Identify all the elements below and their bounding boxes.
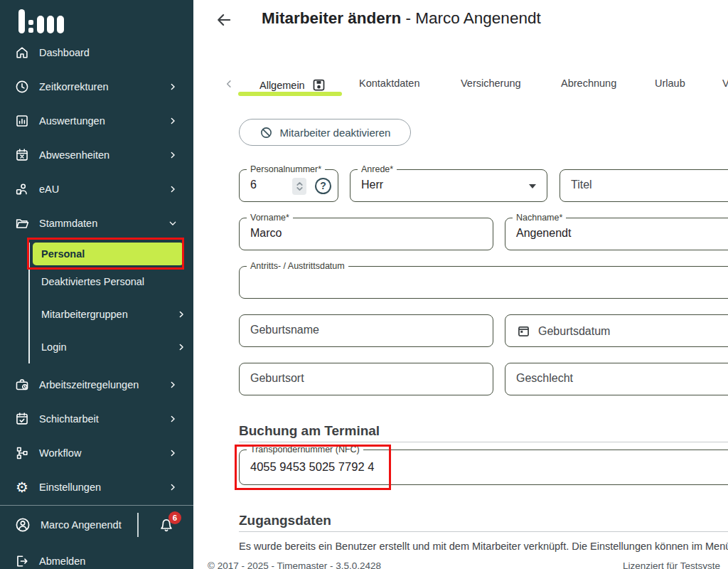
geschlecht-placeholder: Geschlecht — [516, 372, 573, 385]
geburtsort-placeholder: Geburtsort — [250, 372, 304, 385]
section-divider — [239, 531, 728, 532]
nachname-label: Nachname* — [513, 213, 566, 223]
eintrittsdatum-label: Antritts- / Austrittsdatum — [247, 261, 348, 271]
sidebar-item-login[interactable]: Login — [33, 331, 193, 363]
app-window: Dashboard Zeitkorrekturen Auswertungen — [0, 0, 728, 569]
sidebar-item-workflow[interactable]: Workflow — [0, 436, 193, 470]
sidebar-item-label: Einstellungen — [39, 482, 101, 493]
transponder-field[interactable]: Transpondernummer (NFC) 4055 9453 5025 7… — [239, 450, 728, 485]
sidebar-item-mitarbeitergruppen[interactable]: Mitarbeitergruppen — [33, 298, 193, 331]
anrede-select[interactable]: Anrede* Herr — [350, 169, 547, 202]
eintrittsdatum-field[interactable]: Antritts- / Austrittsdatum — [239, 266, 728, 299]
tab-label: Kontaktdaten — [359, 78, 419, 89]
notifications-button[interactable]: 6 — [158, 516, 175, 533]
tab-kontaktdaten[interactable]: Kontaktdaten — [359, 78, 419, 89]
timemaster-logo[interactable] — [0, 0, 193, 36]
sidebar-item-label: Mitarbeitergruppen — [41, 309, 128, 320]
vorname-field[interactable]: Vorname* Marco — [239, 218, 493, 250]
tab-label: Versicherung — [461, 78, 521, 89]
sidebar-item-einstellungen[interactable]: ⚙ Einstellungen — [0, 470, 193, 504]
logout-label: Abmelden — [39, 555, 85, 567]
footer-copyright: © 2017 - 2025 - Timemaster - 3.5.0.2428 — [208, 560, 381, 569]
sidebar-item-dashboard[interactable]: Dashboard — [0, 36, 193, 70]
chevron-right-icon — [168, 414, 178, 424]
user-circle-icon — [14, 516, 31, 533]
timemaster-logo-mark — [18, 9, 193, 33]
tab-versicherung[interactable]: Versicherung — [461, 78, 521, 89]
notification-badge: 6 — [168, 511, 181, 524]
sidebar-item-deaktiviertes-personal[interactable]: Deaktiviertes Personal — [33, 265, 193, 298]
chevron-right-icon — [168, 482, 178, 492]
chevron-left-icon — [223, 78, 235, 90]
sidebar-item-label: Personal — [41, 248, 85, 260]
page-title: Mitarbeiter ändern - Marco Angenendt — [262, 9, 541, 28]
titel-field[interactable]: Titel — [560, 169, 728, 202]
back-button[interactable] — [215, 11, 233, 29]
sidebar-item-abwesenheiten[interactable]: Abwesenheiten — [0, 138, 193, 172]
transponder-value: 4055 9453 5025 7792 4 — [250, 460, 374, 474]
personalnummer-field[interactable]: Personalnummer* 6 ? — [239, 169, 338, 202]
logout-button[interactable]: Abmelden — [0, 544, 193, 569]
person-card-icon — [14, 181, 30, 197]
geburtsdatum-placeholder-row: Geburtsdatum — [516, 324, 610, 339]
sidebar-item-stammdaten[interactable]: Stammdaten — [0, 206, 193, 240]
home-icon — [14, 45, 30, 60]
tab-label: Urlaub — [655, 78, 685, 89]
sidebar-item-label: Workflow — [39, 447, 81, 459]
tab-urlaub[interactable]: Urlaub — [655, 78, 685, 89]
save-icon — [311, 78, 326, 92]
active-tab-indicator — [238, 92, 342, 96]
titel-placeholder: Titel — [571, 179, 592, 191]
number-stepper[interactable] — [292, 178, 306, 195]
briefcase-clock-icon — [14, 377, 30, 393]
anrede-label: Anrede* — [358, 164, 397, 174]
help-icon[interactable]: ? — [315, 178, 331, 194]
transponder-label: Transpondernummer (NFC) — [247, 445, 363, 454]
logout-icon — [14, 553, 30, 569]
chevron-down-icon — [168, 218, 178, 228]
tab-allgemein[interactable]: Allgemein — [259, 78, 326, 92]
tab-cutoff[interactable]: V — [722, 78, 728, 89]
deactivate-employee-button[interactable]: Mitarbeiter deaktivieren — [239, 119, 411, 146]
geburtsort-field[interactable]: Geburtsort — [239, 363, 493, 395]
chevron-right-icon — [168, 116, 178, 126]
sidebar-item-auswertungen[interactable]: Auswertungen — [0, 104, 193, 138]
sidebar-item-label: Arbeitszeitregelungen — [39, 379, 139, 390]
sidebar-item-arbeitszeitregelungen[interactable]: Arbeitszeitregelungen — [0, 368, 193, 402]
sidebar-item-schichtarbeit[interactable]: Schichtarbeit — [0, 402, 193, 436]
sidebar-item-zeitkorrekturen[interactable]: Zeitkorrekturen — [0, 70, 193, 104]
sidebar-item-label: Auswertungen — [39, 115, 105, 127]
sidebar-item-label: Stammdaten — [39, 218, 97, 229]
footer-license-link[interactable]: Lizenziert für Testsyste — [623, 560, 720, 569]
nachname-field[interactable]: Nachname* Angenendt — [505, 218, 728, 250]
sidebar-item-label: Login — [41, 341, 66, 353]
nachname-value: Angenendt — [516, 227, 571, 240]
geburtsname-field[interactable]: Geburtsname — [239, 314, 493, 347]
sidebar-item-eau[interactable]: eAU — [0, 172, 193, 206]
chevron-right-icon — [168, 150, 178, 160]
anrede-value: Herr — [361, 179, 383, 191]
tab-label: Allgemein — [259, 80, 305, 91]
tabs-scroll-left-button[interactable] — [223, 78, 235, 90]
bar-chart-icon — [14, 113, 30, 129]
tab-abrechnung[interactable]: Abrechnung — [561, 78, 616, 89]
geschlecht-field[interactable]: Geschlecht — [505, 363, 728, 395]
terminal-section-heading: Buchung am Terminal — [239, 423, 380, 439]
calendar-check-icon — [14, 411, 30, 427]
sidebar-item-label: Dashboard — [39, 47, 90, 58]
user-menu[interactable]: Marco Angenendt 6 — [0, 506, 193, 544]
clock-icon — [14, 79, 30, 95]
geburtsname-placeholder: Geburtsname — [250, 324, 319, 336]
dropdown-caret-icon — [529, 184, 536, 188]
arrow-left-icon — [215, 11, 233, 29]
chevron-right-icon — [168, 380, 178, 390]
chevron-right-icon — [168, 448, 178, 458]
geburtsdatum-field[interactable]: Geburtsdatum — [505, 314, 728, 347]
vorname-value: Marco — [250, 227, 282, 240]
personalnummer-label: Personalnummer* — [247, 164, 325, 174]
sidebar-item-label: eAU — [39, 184, 59, 195]
user-name: Marco Angenendt — [41, 519, 122, 531]
vorname-label: Vorname* — [247, 213, 293, 223]
sidebar-item-personal[interactable]: Personal — [33, 243, 183, 265]
page-title-main: Mitarbeiter ändern — [262, 9, 401, 27]
